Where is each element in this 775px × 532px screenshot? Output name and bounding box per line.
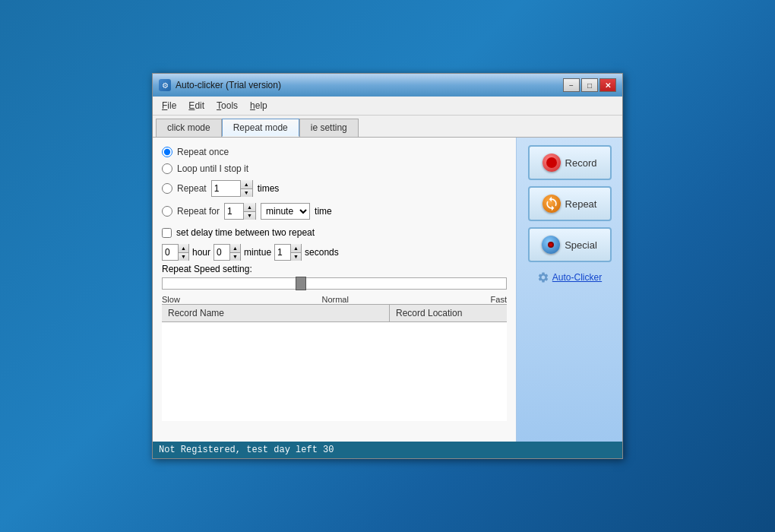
delay-second-up[interactable]: ▲	[290, 244, 301, 253]
minute-label: mintue	[244, 247, 271, 258]
loop-until-stop-radio[interactable]	[162, 163, 172, 174]
record-button[interactable]: Record	[528, 145, 612, 180]
repeat-label: Repeat	[565, 198, 597, 210]
repeat-count-input[interactable]	[212, 181, 240, 196]
repeat-icon	[542, 195, 561, 213]
repeat-once-row: Repeat once	[162, 147, 507, 157]
autoclicker-link-text: Auto-Clicker	[552, 272, 602, 283]
menu-help[interactable]: help	[244, 98, 274, 113]
menu-edit[interactable]: Edit	[182, 98, 210, 113]
tab-repeat-mode[interactable]: Repeat mode	[222, 119, 299, 137]
repeat-label: Repeat	[177, 183, 207, 194]
maximize-button[interactable]: □	[581, 78, 598, 92]
delay-minute-input[interactable]	[214, 245, 229, 260]
delay-minute-down[interactable]: ▼	[229, 253, 240, 261]
delay-second-spinbox: ▲ ▼	[274, 244, 302, 261]
tab-ie-setting[interactable]: ie setting	[299, 119, 359, 137]
repeat-for-up[interactable]: ▲	[243, 203, 255, 212]
repeat-times-row: Repeat ▲ ▼ times	[162, 180, 507, 197]
time-label: time	[315, 206, 332, 217]
speed-label: Repeat Speed setting:	[162, 264, 507, 274]
delay-time-checkbox[interactable]	[162, 228, 172, 238]
title-bar-left: ⚙ Auto-clicker (Trial version)	[159, 79, 281, 91]
record-icon	[542, 154, 561, 172]
speed-slider[interactable]	[162, 277, 507, 290]
hour-label: hour	[192, 247, 210, 258]
left-panel: Repeat once Loop until I stop it Repeat …	[153, 138, 516, 442]
menu-file[interactable]: File	[156, 98, 182, 113]
normal-label: Normal	[321, 295, 348, 304]
delay-hour-input[interactable]	[163, 245, 178, 260]
special-button[interactable]: Special	[528, 227, 612, 262]
app-icon: ⚙	[159, 79, 171, 91]
col-record-location: Record Location	[390, 305, 507, 321]
repeat-count-up[interactable]: ▲	[240, 180, 252, 189]
repeat-count-spinbox: ▲ ▼	[211, 180, 253, 197]
slow-label: Slow	[162, 295, 180, 304]
repeat-options: Repeat once Loop until I stop it Repeat …	[162, 147, 507, 220]
close-button[interactable]: ✕	[599, 78, 616, 92]
delay-minute-spinbox: ▲ ▼	[214, 244, 241, 261]
repeat-for-label: Repeat for	[177, 206, 220, 217]
repeat-for-radio[interactable]	[162, 206, 172, 217]
col-record-name: Record Name	[162, 305, 390, 321]
repeat-for-spinbox: ▲ ▼	[224, 203, 256, 220]
time-unit-select[interactable]: minute hour second	[261, 203, 310, 220]
record-table: Record Name Record Location	[162, 304, 507, 421]
title-bar: ⚙ Auto-clicker (Trial version) − □ ✕	[153, 74, 622, 97]
times-label: times	[258, 183, 280, 194]
special-icon-inner	[548, 242, 554, 248]
speed-section: Repeat Speed setting: Slow Normal Fast	[162, 264, 507, 304]
status-text: Not Registered, test day left 30	[159, 445, 334, 455]
repeat-once-radio[interactable]	[162, 147, 172, 157]
repeat-icon-svg	[544, 196, 559, 211]
tab-bar: click mode Repeat mode ie setting	[153, 116, 622, 137]
gear-icon	[537, 271, 549, 283]
table-body	[162, 322, 507, 421]
title-buttons: − □ ✕	[563, 78, 616, 92]
repeat-for-down[interactable]: ▼	[243, 212, 255, 220]
repeat-count-down[interactable]: ▼	[240, 189, 252, 198]
right-panel: Record Repeat Special	[516, 138, 622, 442]
delay-second-down[interactable]: ▼	[290, 253, 301, 261]
delay-hour-up[interactable]: ▲	[178, 244, 188, 253]
delay-checkbox-row: set delay time between two repeat	[162, 227, 507, 238]
window-title: Auto-clicker (Trial version)	[176, 80, 281, 90]
loop-until-stop-row: Loop until I stop it	[162, 163, 507, 174]
seconds-label: seconds	[305, 247, 339, 258]
delay-minute-up[interactable]: ▲	[229, 244, 240, 253]
speed-markers: Slow Normal Fast	[162, 295, 507, 304]
loop-until-stop-label: Loop until I stop it	[177, 163, 248, 174]
delay-second-input[interactable]	[275, 245, 290, 260]
repeat-button[interactable]: Repeat	[528, 186, 612, 221]
main-window: ⚙ Auto-clicker (Trial version) − □ ✕ Fil…	[152, 73, 623, 459]
minimize-button[interactable]: −	[563, 78, 580, 92]
autoclicker-link[interactable]: Auto-Clicker	[537, 271, 602, 283]
delay-hour-down[interactable]: ▼	[178, 253, 188, 261]
menu-tools[interactable]: Tools	[210, 98, 244, 113]
repeat-for-row: Repeat for ▲ ▼ minute hour second time	[162, 203, 507, 220]
status-bar: Not Registered, test day left 30	[153, 442, 622, 458]
repeat-n-radio[interactable]	[162, 183, 172, 194]
menu-bar: File Edit Tools help	[153, 97, 622, 116]
special-icon	[542, 236, 560, 254]
record-icon-inner	[546, 157, 557, 168]
repeat-once-label: Repeat once	[177, 147, 229, 157]
table-header: Record Name Record Location	[162, 305, 507, 322]
tab-click-mode[interactable]: click mode	[156, 119, 222, 137]
record-label: Record	[565, 157, 597, 169]
delay-row: ▲ ▼ hour ▲ ▼ mintue ▲	[162, 244, 507, 261]
delay-hour-spinbox: ▲ ▼	[162, 244, 189, 261]
delay-time-label: set delay time between two repeat	[176, 227, 315, 238]
repeat-for-input[interactable]	[225, 204, 243, 219]
fast-label: Fast	[491, 295, 507, 304]
slider-container	[162, 277, 507, 292]
special-label: Special	[565, 239, 597, 251]
content-area: Repeat once Loop until I stop it Repeat …	[153, 137, 622, 442]
